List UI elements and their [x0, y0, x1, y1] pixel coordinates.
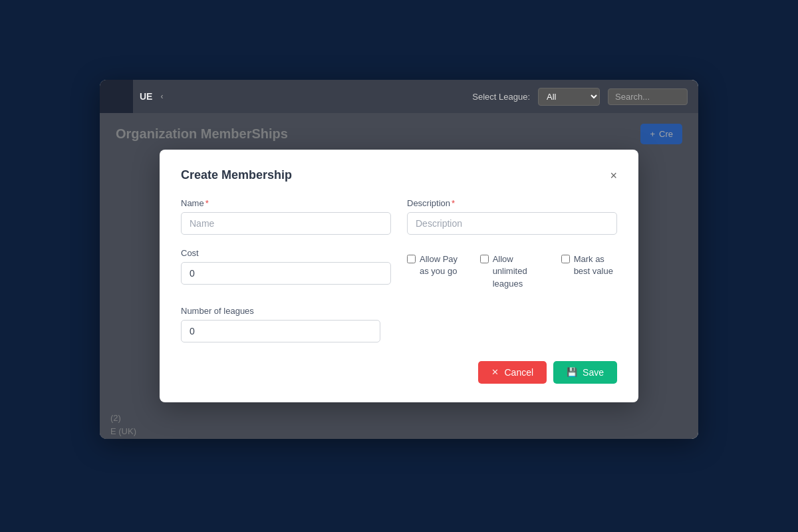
search-input[interactable]: [608, 88, 688, 105]
allow-pay-checkbox-group: Allow Pay as you go: [407, 253, 467, 277]
modal-overlay: Create Membership × Name*: [100, 113, 698, 439]
description-group: Description*: [407, 198, 617, 235]
allow-pay-checkbox[interactable]: [407, 255, 416, 263]
allow-unlimited-label: Allow unlimited leagues: [493, 253, 548, 290]
mark-best-checkbox-group: Mark as best value: [561, 253, 617, 277]
form-row-1: Name* Description*: [181, 198, 617, 235]
modal-footer: ✕ Cancel 💾 Save: [181, 361, 617, 384]
main-window: UE ‹ Select League: All League 1 League …: [100, 80, 698, 439]
allow-pay-label: Allow Pay as you go: [420, 253, 467, 277]
description-input[interactable]: [407, 212, 617, 235]
num-leagues-label: Number of leagues: [181, 306, 380, 316]
num-leagues-group: Number of leagues: [181, 306, 380, 342]
description-label: Description*: [407, 198, 617, 208]
name-label: Name*: [181, 198, 391, 208]
modal-header: Create Membership ×: [181, 168, 617, 182]
save-icon: 💾: [567, 367, 577, 377]
content-area: Organization MemberShips + Cre (2) E (UK…: [100, 113, 698, 439]
brand-label: UE: [140, 91, 152, 102]
name-group: Name*: [181, 198, 391, 235]
checkboxes-group: Allow Pay as you go Allow unlimited leag…: [407, 248, 617, 293]
sidebar-toggle-icon[interactable]: ‹: [160, 92, 163, 101]
league-label: Select League:: [472, 92, 530, 102]
allow-unlimited-checkbox[interactable]: [480, 255, 489, 263]
checkboxes-row: Allow Pay as you go Allow unlimited leag…: [407, 248, 617, 290]
mark-best-checkbox[interactable]: [561, 255, 570, 263]
name-input[interactable]: [181, 212, 391, 235]
allow-unlimited-checkbox-group: Allow unlimited leagues: [480, 253, 548, 290]
mark-best-label: Mark as best value: [574, 253, 617, 277]
cost-label: Cost: [181, 248, 391, 258]
save-label: Save: [583, 367, 604, 378]
save-button[interactable]: 💾 Save: [553, 361, 617, 384]
cancel-icon: ✕: [491, 367, 499, 377]
description-required-star: *: [452, 198, 455, 208]
league-select[interactable]: All League 1 League 2: [538, 88, 600, 106]
form-row-3: Number of leagues: [181, 306, 617, 342]
modal-title: Create Membership: [181, 168, 292, 182]
create-membership-modal: Create Membership × Name*: [160, 150, 638, 402]
cost-input[interactable]: [181, 262, 391, 285]
cancel-button[interactable]: ✕ Cancel: [478, 361, 547, 384]
name-required-star: *: [205, 198, 209, 208]
form-row-2: Cost Allow Pay as you go: [181, 248, 617, 293]
modal-close-button[interactable]: ×: [610, 170, 617, 182]
top-bar: UE ‹ Select League: All League 1 League …: [100, 80, 698, 113]
cost-group: Cost: [181, 248, 391, 293]
num-leagues-input[interactable]: [181, 320, 380, 342]
cancel-label: Cancel: [504, 367, 533, 378]
